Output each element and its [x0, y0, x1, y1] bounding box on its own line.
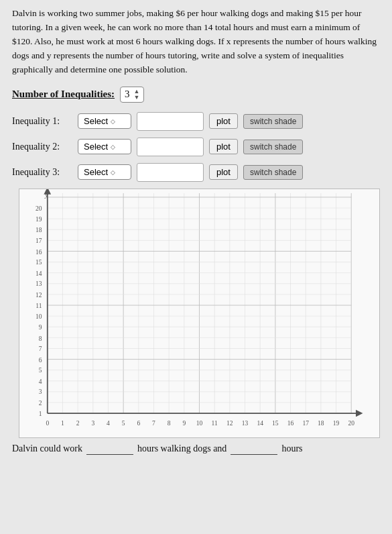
num-inequalities-label: Number of Inequalities:: [12, 89, 115, 100]
x-label-3: 3: [91, 419, 94, 427]
x-label-10: 10: [196, 419, 203, 427]
y-label-16: 17: [36, 237, 42, 244]
tutoring-hours-input[interactable]: [231, 443, 277, 455]
bottom-suffix: hours: [281, 443, 302, 454]
inequality-1-select-chevron: ◇: [111, 118, 115, 125]
y-label-3: 4: [39, 378, 42, 385]
y-label-11: 12: [36, 291, 42, 299]
inequality-1-label: Inequality 1:: [12, 116, 72, 127]
inequality-1-shade[interactable]: switch shade: [243, 114, 303, 129]
y-label-4: 5: [39, 366, 42, 374]
inequality-3-select-label: Select: [84, 167, 108, 177]
inequality-2-label: Inequality 2:: [12, 142, 72, 152]
x-label-12: 12: [226, 419, 233, 427]
y-label-15: 16: [36, 248, 42, 255]
x-label-19: 19: [333, 419, 340, 427]
x-label-14: 14: [257, 419, 263, 427]
x-label-5: 5: [122, 419, 125, 427]
x-label-17: 17: [302, 419, 309, 427]
page: Dalvin is working two summer jobs, makin…: [0, 0, 392, 534]
y-label-0: 1: [39, 409, 42, 417]
inequality-row-3: Inequality 3: Select ◇ plot switch shade: [12, 163, 380, 182]
inequality-3-select[interactable]: Select ◇: [78, 164, 131, 180]
y-label-18: 19: [36, 215, 42, 222]
inequality-1-select[interactable]: Select ◇: [78, 113, 131, 129]
y-label-2: 3: [39, 388, 42, 395]
x-label-13: 13: [242, 419, 249, 427]
y-label-8: 9: [39, 323, 42, 330]
y-label-14: 15: [36, 258, 42, 266]
x-label-9: 9: [182, 419, 186, 427]
bottom-middle: hours walking dogs and: [137, 443, 226, 454]
graph-area: 0 1 2 3 4 5 6 7 8 9 10 11 12 13 14 15 16…: [19, 189, 380, 438]
y-label-5: 6: [39, 356, 42, 363]
problem-text: Dalvin is working two summer jobs, makin…: [12, 7, 380, 77]
spinner-down-icon[interactable]: ▼: [134, 95, 140, 101]
x-label-18: 18: [318, 419, 324, 427]
inequality-1-select-label: Select: [84, 116, 108, 126]
inequality-2-select-label: Select: [84, 142, 108, 152]
walking-hours-input[interactable]: [86, 443, 133, 455]
num-inequalities-row: Number of Inequalities: 3 ▲ ▼: [12, 87, 380, 103]
inequality-2-plot[interactable]: plot: [209, 139, 238, 154]
x-label-8: 8: [168, 419, 171, 427]
y-label-7: 8: [39, 334, 42, 341]
x-label-4: 4: [107, 419, 110, 427]
inequality-row-1: Inequality 1: Select ◇ plot switch shade: [12, 112, 380, 131]
grid-lines: [48, 193, 351, 413]
y-label-10: 11: [36, 301, 42, 309]
bottom-row: Dalvin could work hours walking dogs and…: [12, 443, 380, 455]
inequality-3-input[interactable]: [137, 163, 204, 182]
inequality-3-shade[interactable]: switch shade: [243, 165, 303, 180]
inequality-3-label: Inequality 3:: [12, 167, 72, 178]
coordinate-graph[interactable]: 0 1 2 3 4 5 6 7 8 9 10 11 12 13 14 15 16…: [19, 189, 380, 438]
y-label-12: 13: [36, 280, 42, 287]
inequality-2-input[interactable]: [137, 138, 204, 156]
bottom-prefix: Dalvin could work: [12, 443, 82, 454]
x-label-16: 16: [287, 419, 294, 427]
x-label-7: 7: [152, 419, 155, 427]
x-label-15: 15: [272, 419, 279, 427]
inequality-1-input[interactable]: [137, 112, 204, 131]
spinner-arrows[interactable]: ▲ ▼: [134, 89, 140, 101]
y-axis-label: y: [44, 191, 48, 199]
inequality-1-plot[interactable]: plot: [209, 113, 238, 129]
inequality-2-select[interactable]: Select ◇: [78, 139, 131, 154]
num-inequalities-spinner[interactable]: 3 ▲ ▼: [120, 87, 144, 103]
inequality-3-select-chevron: ◇: [111, 169, 115, 176]
x-label-1: 1: [61, 419, 64, 427]
spinner-value: 3: [125, 89, 130, 100]
y-label-1: 2: [39, 399, 42, 407]
x-label-20: 20: [348, 419, 354, 427]
x-label-11: 11: [212, 419, 218, 427]
y-label-6: 7: [39, 345, 42, 352]
y-label-19: 20: [36, 205, 42, 212]
inequality-2-shade[interactable]: switch shade: [243, 140, 303, 154]
y-label-17: 18: [36, 226, 42, 233]
inequality-2-select-chevron: ◇: [111, 144, 115, 150]
y-label-13: 14: [36, 269, 42, 276]
y-label-9: 10: [36, 313, 42, 320]
inequality-row-2: Inequality 2: Select ◇ plot switch shade: [12, 138, 380, 156]
x-label-2: 2: [76, 419, 80, 427]
inequality-3-plot[interactable]: plot: [209, 164, 238, 180]
x-label-6: 6: [137, 419, 140, 427]
x-label-0: 0: [46, 419, 49, 427]
